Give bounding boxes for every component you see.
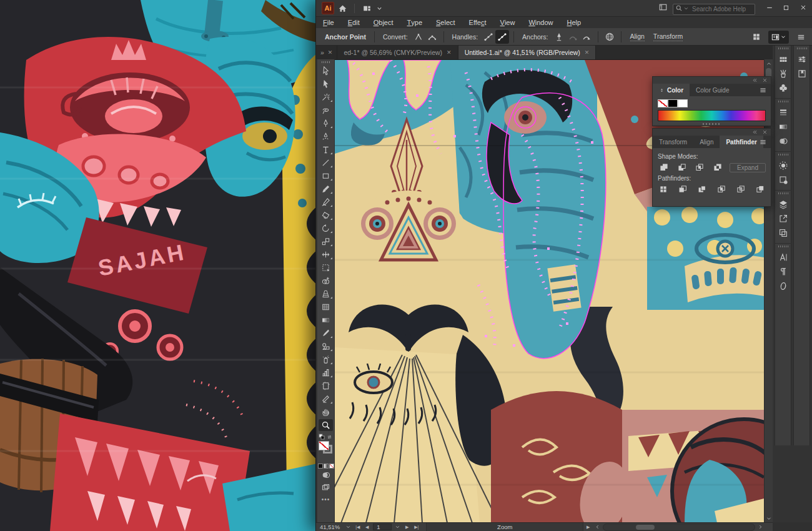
asset-export-panel-icon[interactable] [775, 211, 791, 226]
crop-button[interactable] [715, 184, 727, 195]
tool-hand[interactable] [317, 405, 334, 419]
tool-line-segment[interactable] [317, 156, 334, 169]
tool-selection[interactable] [317, 64, 334, 77]
tab-close-icon[interactable]: ✕ [447, 49, 452, 56]
swatch-black[interactable] [668, 99, 678, 107]
panel-resize-handle[interactable] [703, 123, 721, 125]
menu-help[interactable]: Help [560, 17, 588, 28]
transform-link[interactable]: Transform [653, 32, 683, 41]
control-menu-icon[interactable] [794, 30, 808, 44]
tool-pen[interactable] [317, 117, 334, 130]
minus-front-button[interactable] [676, 162, 688, 173]
unite-button[interactable] [658, 162, 670, 173]
tool-shape-builder[interactable] [317, 274, 334, 287]
share-panel-icon[interactable] [658, 2, 668, 12]
tool-direct-selection[interactable] [317, 77, 334, 91]
next-artboard-icon[interactable]: ▶ [402, 524, 412, 531]
tool-magic-wand[interactable] [317, 91, 334, 104]
status-tool-name[interactable]: Zoom [426, 523, 583, 531]
menu-window[interactable]: Window [522, 17, 560, 28]
close-panel-icon[interactable] [762, 129, 768, 135]
convert-smooth-button[interactable] [425, 30, 439, 44]
document-tab-title[interactable]: ed-1* @ 56,69% (CMYK/Preview) [344, 49, 442, 56]
dock-group-handle[interactable] [778, 154, 788, 156]
tool-artboard[interactable] [317, 379, 334, 392]
tool-curvature[interactable] [317, 130, 334, 143]
convert-corner-button[interactable] [412, 30, 425, 44]
tool-mesh[interactable] [317, 300, 334, 314]
tab-overflow-close-icon[interactable]: ✕ [328, 49, 333, 56]
gradient-panel-icon[interactable] [775, 119, 791, 134]
paragraph-panel-icon[interactable] [775, 264, 791, 279]
tool-free-transform[interactable] [317, 261, 334, 274]
document-tab-active[interactable]: Untitled-1.ai* @ 41,51% (RGB/Preview) ✕ [458, 46, 597, 59]
menu-view[interactable]: View [493, 17, 522, 28]
outline-button[interactable] [735, 184, 746, 195]
edit-toolbar-ellipsis[interactable]: ••• [317, 496, 334, 503]
horizontal-scroll-thumb[interactable] [636, 525, 655, 530]
dock-group-handle[interactable] [797, 47, 807, 49]
maximize-button[interactable] [778, 1, 795, 14]
status-expand-icon[interactable]: ▶ [583, 524, 593, 531]
dock-group-handle[interactable] [778, 101, 788, 102]
document-tab-title[interactable]: Untitled-1.ai* @ 41,51% (RGB/Preview) [465, 49, 580, 56]
show-handles-button[interactable] [482, 30, 495, 44]
collapse-panel-icon[interactable] [752, 77, 758, 83]
expand-button-disabled[interactable]: Expand [730, 163, 766, 172]
tool-eyedropper[interactable] [317, 327, 334, 340]
last-artboard-icon[interactable]: ▶| [412, 524, 421, 531]
hscroll-right-icon[interactable] [756, 524, 765, 531]
opentype-panel-icon[interactable] [775, 279, 791, 293]
panel-dock-toggle-button[interactable] [768, 31, 789, 44]
tool-perspective-grid[interactable] [317, 287, 334, 300]
cut-path-button[interactable] [580, 30, 593, 44]
tab-color[interactable]: Color [653, 84, 690, 96]
menu-file[interactable]: File [316, 17, 341, 28]
artboards-panel-icon[interactable] [775, 226, 791, 240]
tool-symbol-shapes[interactable] [317, 340, 334, 353]
transparency-panel-icon[interactable] [775, 134, 791, 148]
tab-close-icon[interactable]: ✕ [585, 49, 590, 56]
tool-zoom-selected[interactable] [317, 419, 334, 432]
tool-gradient[interactable] [317, 314, 334, 327]
tab-overflow-controls[interactable]: » ✕ [316, 46, 337, 59]
default-fill-stroke-icon[interactable] [319, 434, 325, 440]
color-spectrum-bar[interactable] [658, 110, 766, 121]
color-mode-button[interactable] [318, 464, 323, 469]
collapse-panel-icon[interactable] [752, 129, 758, 135]
tools-drag-handle[interactable] [322, 61, 330, 63]
tab-transform[interactable]: Transform [653, 136, 693, 148]
home-button[interactable] [334, 1, 350, 15]
hide-handles-button[interactable] [495, 30, 509, 44]
remove-anchor-button[interactable] [552, 30, 566, 44]
arrange-documents-button[interactable] [359, 1, 375, 15]
libraries-panel-icon[interactable] [794, 66, 810, 81]
dock-group-handle[interactable] [778, 246, 788, 247]
tool-width[interactable] [317, 248, 334, 261]
gradient-mode-button[interactable] [324, 464, 329, 469]
tool-lasso[interactable] [317, 104, 334, 117]
drawing-modes-button[interactable] [317, 469, 334, 481]
graphic-styles-panel-icon[interactable] [775, 172, 791, 187]
menu-effect[interactable]: Effect [462, 17, 493, 28]
globe-icon[interactable] [603, 30, 616, 44]
workspace-grid-icon[interactable] [750, 30, 763, 44]
close-button[interactable] [795, 1, 811, 14]
horizontal-scrollbar[interactable] [603, 524, 755, 531]
scroll-down-icon[interactable] [765, 514, 773, 522]
tab-pathfinder[interactable]: Pathfinder [720, 136, 763, 148]
tab-color-guide[interactable]: Color Guide [690, 84, 735, 96]
none-mode-button[interactable] [329, 464, 334, 469]
close-panel-icon[interactable] [762, 77, 768, 83]
tool-type[interactable] [317, 143, 334, 156]
swatch-none[interactable] [658, 99, 668, 107]
panel-menu-icon[interactable] [759, 86, 767, 94]
screen-mode-button[interactable] [317, 481, 334, 494]
first-artboard-icon[interactable]: |◀ [353, 524, 362, 531]
tab-overflow-chevron-icon[interactable]: » [320, 49, 324, 56]
artboard-chevron-icon[interactable] [393, 524, 402, 531]
menu-object[interactable]: Object [367, 17, 400, 28]
tool-column-graph[interactable] [317, 366, 334, 379]
fill-swatch-none[interactable] [319, 441, 329, 450]
previous-artboard-icon[interactable]: ◀ [362, 524, 372, 531]
